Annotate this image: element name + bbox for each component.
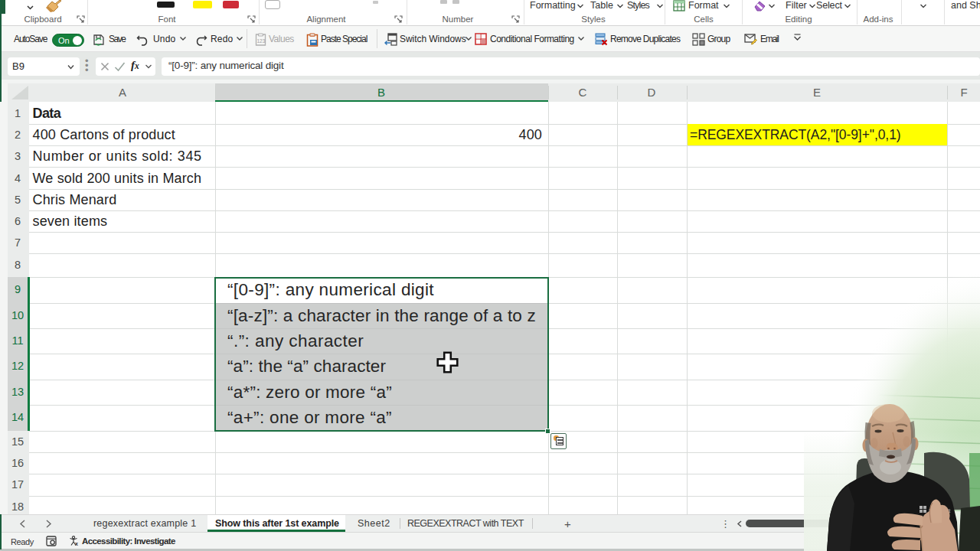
svg-text:x: x [75, 541, 78, 546]
svg-text:123: 123 [257, 38, 266, 44]
